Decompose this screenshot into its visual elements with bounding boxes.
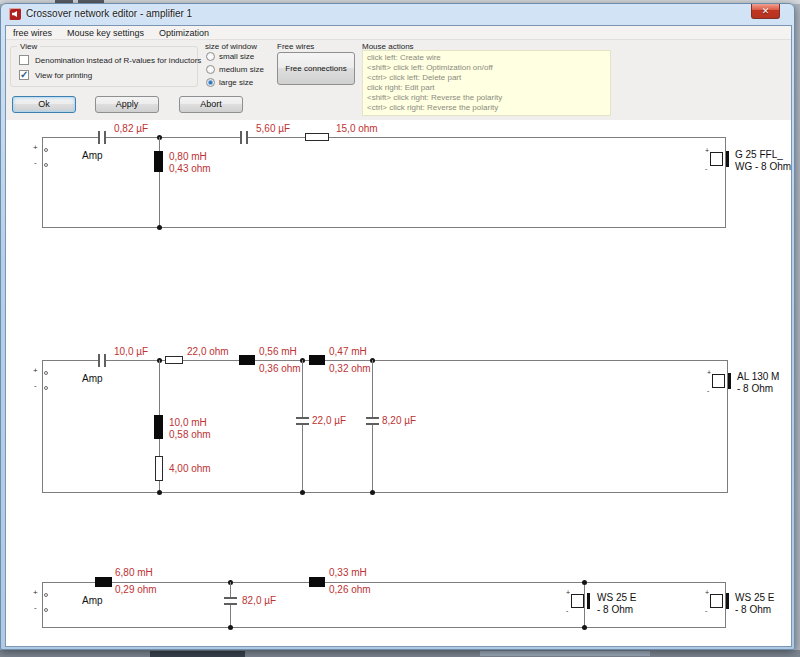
speaker-label: WS 25 E — [735, 592, 774, 603]
menu-bar: free wires Mouse key settings Optimizati… — [6, 26, 791, 40]
resistor-value: 4,00 ohm — [169, 463, 211, 474]
amp-plus-terminal[interactable] — [44, 148, 48, 152]
wire-node — [228, 625, 233, 630]
mouse-action-line: click right: Edit part — [367, 83, 606, 93]
speaker-plus-mark: + — [705, 589, 709, 596]
menu-optimization[interactable]: Optimization — [159, 28, 209, 38]
options-panel: View Denomination instead of R-values fo… — [6, 40, 791, 120]
series-inductor[interactable] — [309, 577, 325, 587]
inductor-resistance: 0,32 ohm — [329, 363, 371, 374]
inductor-resistance: 0,36 ohm — [259, 363, 301, 374]
app-icon — [9, 8, 21, 20]
speaker-minus-mark: - — [705, 607, 707, 614]
series-inductor[interactable] — [309, 355, 325, 365]
menu-free-wires[interactable]: free wires — [13, 28, 52, 38]
wire — [372, 360, 373, 493]
abort-button[interactable]: Abort — [179, 96, 243, 113]
inductor-resistance: 0,43 ohm — [169, 163, 211, 174]
series-capacitor[interactable] — [98, 131, 106, 144]
shunt-resistor[interactable] — [155, 456, 163, 481]
wire — [42, 627, 726, 628]
checkbox-view-for-printing-label: View for printing — [35, 71, 92, 80]
amp-minus-terminal[interactable] — [44, 608, 48, 612]
background-text-smudge — [150, 651, 245, 657]
speaker-label: WS 25 E — [597, 592, 636, 603]
amp-minus-sign: - — [34, 159, 37, 167]
menu-mouse-key-settings[interactable]: Mouse key settings — [67, 28, 144, 38]
crossover-editor-window: Crossover network editor - amplifier 1 ✕… — [0, 3, 795, 650]
wire — [584, 582, 585, 628]
radio-small-size-label: small size — [219, 52, 254, 61]
speaker-minus-mark: - — [705, 165, 707, 172]
apply-button[interactable]: Apply — [95, 96, 159, 113]
speaker-label: - 8 Ohm — [735, 604, 771, 615]
mouse-action-line: <ctrl> click left: Delete part — [367, 73, 606, 83]
speaker-label: G 25 FFL_ — [735, 149, 783, 160]
series-resistor[interactable] — [165, 356, 183, 364]
speaker-symbol-bar — [726, 151, 729, 167]
radio-large-size[interactable] — [206, 78, 215, 87]
wire — [302, 360, 303, 493]
shunt-capacitor[interactable] — [366, 417, 379, 425]
title-bar[interactable]: Crossover network editor - amplifier 1 ✕ — [1, 4, 794, 25]
inductor-resistance: 0,58 ohm — [169, 429, 211, 440]
shunt-inductor[interactable] — [154, 415, 163, 439]
background-text-smudge — [480, 651, 650, 656]
amp-plus-terminal[interactable] — [44, 593, 48, 597]
speaker-symbol-bar — [587, 593, 590, 609]
wire — [230, 582, 231, 628]
wire-node — [157, 490, 162, 495]
schematic-canvas[interactable]: + - Amp 0,82 µF 0,80 mH 0,43 ohm 5,60 µF… — [6, 120, 791, 646]
radio-medium-size[interactable] — [206, 65, 215, 74]
series-capacitor[interactable] — [98, 354, 106, 367]
wire — [42, 360, 43, 493]
radio-small-size[interactable] — [206, 52, 215, 61]
speaker-symbol[interactable] — [571, 594, 584, 608]
view-group-label: View — [17, 42, 40, 51]
capacitor-value: 8,20 µF — [382, 415, 416, 426]
capacitor-value: 5,60 µF — [256, 123, 290, 134]
speaker-label: WG - 8 Ohm — [735, 161, 791, 172]
amp-plus-sign: + — [33, 367, 38, 375]
inductor-value: 6,80 mH — [115, 567, 153, 578]
ok-button[interactable]: Ok — [12, 96, 76, 113]
mouse-action-line: <shift> click right: Reverse the polarit… — [367, 93, 606, 103]
wire — [42, 582, 726, 583]
wire — [42, 137, 726, 138]
series-inductor[interactable] — [95, 577, 112, 587]
checkbox-denomination[interactable] — [19, 55, 29, 65]
shunt-capacitor[interactable] — [224, 597, 237, 605]
amp-minus-terminal[interactable] — [44, 386, 48, 390]
inductor-resistance: 0,29 ohm — [115, 584, 157, 595]
speaker-symbol[interactable] — [710, 152, 723, 166]
amp-minus-terminal[interactable] — [44, 163, 48, 167]
amp-label: Amp — [82, 150, 103, 161]
speaker-plus-mark: + — [566, 589, 570, 596]
free-connections-button[interactable]: Free connections — [277, 52, 355, 85]
wire — [42, 227, 726, 228]
series-resistor[interactable] — [305, 133, 329, 141]
amp-label: Amp — [82, 373, 103, 384]
amp-plus-sign: + — [33, 589, 38, 597]
wire-node — [157, 225, 162, 230]
wire-node — [370, 490, 375, 495]
speaker-symbol[interactable] — [712, 374, 725, 388]
shunt-inductor[interactable] — [154, 151, 163, 172]
speaker-symbol[interactable] — [710, 594, 723, 608]
shunt-capacitor[interactable] — [296, 417, 309, 425]
inductor-value: 10,0 mH — [169, 417, 207, 428]
close-button[interactable]: ✕ — [751, 4, 780, 19]
size-group-label: size of window — [205, 42, 257, 51]
inductor-value: 0,56 mH — [259, 346, 297, 357]
amp-plus-terminal[interactable] — [44, 371, 48, 375]
wire-node — [300, 490, 305, 495]
window-title: Crossover network editor - amplifier 1 — [26, 8, 192, 19]
speaker-plus-mark: + — [707, 369, 711, 376]
series-capacitor[interactable] — [240, 131, 248, 144]
speaker-label: - 8 Ohm — [737, 383, 773, 394]
speaker-minus-mark: - — [707, 387, 709, 394]
mouse-action-line: click left: Create wire — [367, 53, 606, 63]
inductor-value: 0,47 mH — [329, 346, 367, 357]
checkbox-view-for-printing[interactable] — [19, 70, 29, 80]
series-inductor[interactable] — [239, 355, 255, 365]
